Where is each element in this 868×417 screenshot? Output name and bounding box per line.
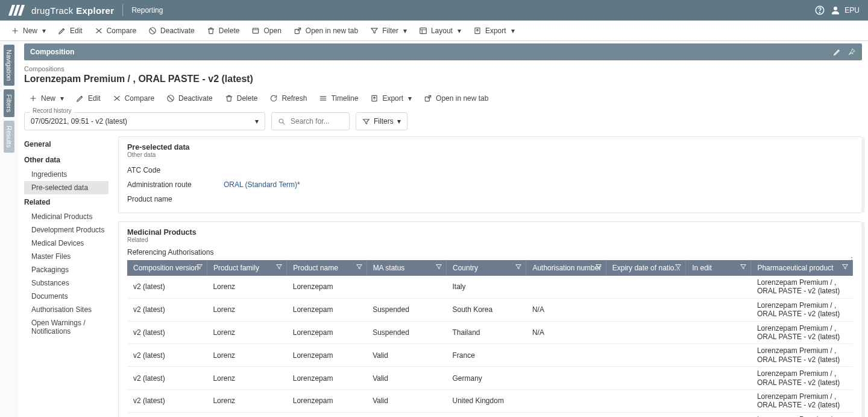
field-value[interactable]: ORAL (Standard Term)* [224, 180, 300, 189]
nav-item-medical-devices[interactable]: Medical Devices [24, 237, 108, 250]
cell-pp: Lorenzepam Premium / , ORAL PASTE - v2 (… [751, 276, 853, 298]
cell-ie [686, 389, 751, 412]
table-row[interactable]: v2 (latest)LorenzLorenzepamValidFranceLo… [127, 344, 853, 367]
composition-bar: Composition [24, 43, 862, 60]
col-product-family[interactable]: Product family [207, 260, 286, 276]
nav-item-ingredients[interactable]: Ingredients [24, 168, 108, 181]
filter-icon[interactable] [275, 263, 283, 270]
chevron-down-icon: ▾ [408, 94, 412, 103]
filter-icon[interactable] [515, 263, 522, 270]
breadcrumb[interactable]: Compositions [24, 65, 862, 72]
filter-icon[interactable] [435, 263, 442, 270]
col-composition-version[interactable]: Composition version [127, 260, 207, 276]
record-new-button[interactable]: New▾ [24, 91, 69, 106]
rail-tab-filters[interactable]: Filters [4, 89, 14, 117]
cell-pn: Lorenzepam [287, 367, 366, 390]
record-deactivate-button[interactable]: Deactivate [162, 91, 218, 106]
col-expiry-date-of-natio-[interactable]: Expiry date of natio... [606, 260, 685, 276]
open-new-icon [424, 94, 432, 103]
field-product-name: Product name [127, 192, 853, 206]
nav-item-development-products[interactable]: Development Products [24, 223, 108, 237]
global-delete-button[interactable]: Delete [202, 23, 245, 39]
filter-icon[interactable] [740, 263, 747, 270]
cell-pp: Lorenzepam Premium / , ORAL PASTE - v2 (… [751, 344, 853, 367]
global-edit-button[interactable]: Edit [53, 23, 87, 39]
nav-item-documents[interactable]: Documents [24, 290, 108, 303]
export-icon [473, 27, 482, 35]
cell-ie [686, 412, 751, 417]
table-row[interactable]: v2 (latest)LorenzLorenzepamItalyLorenzep… [127, 276, 853, 298]
col-product-name[interactable]: Product name [287, 260, 366, 276]
col-country[interactable]: Country [447, 260, 526, 276]
nav-group-other-data[interactable]: Other data [24, 152, 108, 168]
field-administration-route: Administration routeORAL (Standard Term)… [127, 177, 853, 192]
cell-pn: Lorenzepam [287, 321, 366, 344]
cell-pp: Lorenzepam Premium / , ORAL PASTE - v2 (… [751, 367, 853, 390]
global-layout-button[interactable]: Layout▾ [414, 23, 466, 39]
nav-item-master-files[interactable]: Master Files [24, 250, 108, 263]
open-icon [251, 27, 260, 35]
record-open-in-new-tab-button[interactable]: Open in new tab [419, 91, 493, 106]
edit-icon[interactable] [833, 48, 841, 56]
app-header: drugTrack Explorer Reporting EPU [0, 0, 868, 21]
compare-icon [113, 94, 121, 103]
filter-icon[interactable] [356, 263, 363, 270]
record-export-button[interactable]: Export▾ [365, 91, 417, 106]
nav-item-medicinal-products[interactable]: Medicinal Products [24, 210, 108, 223]
record-delete-button[interactable]: Delete [220, 91, 263, 106]
nav-group-general[interactable]: General [24, 136, 108, 152]
global-new-button[interactable]: New▾ [6, 23, 51, 39]
edit-icon [76, 94, 84, 103]
nav-item-authorisation-sites[interactable]: Authorisation Sites [24, 303, 108, 316]
filter-icon[interactable] [675, 263, 682, 270]
col-in-edit[interactable]: In edit [686, 260, 751, 276]
nav-item-open-warnings-notifications[interactable]: Open Warnings / Notifications [24, 316, 108, 338]
pin-icon[interactable] [848, 48, 856, 56]
table-row[interactable]: v2 (latest)LorenzLorenzepamValidUnited S… [127, 412, 853, 417]
user-menu[interactable]: EPU [830, 5, 860, 16]
global-deactivate-button[interactable]: Deactivate [143, 23, 200, 39]
search-box[interactable] [271, 112, 350, 130]
col-ma-status[interactable]: MA status [366, 260, 446, 276]
chevron-down-icon: ▾ [458, 27, 461, 35]
help-icon[interactable] [812, 2, 828, 18]
col-pharmaceutical-product[interactable]: Pharmaceutical product [751, 260, 853, 276]
table-row[interactable]: v2 (latest)LorenzLorenzepamValidUnited K… [127, 389, 853, 412]
global-open-button[interactable]: Open [247, 23, 286, 39]
global-filter-button[interactable]: Filter▾ [365, 23, 412, 39]
filter-icon[interactable] [595, 263, 602, 270]
search-input[interactable] [289, 116, 344, 126]
cell-ie [686, 344, 751, 367]
cell-co: South Korea [447, 298, 526, 321]
global-compare-button[interactable]: Compare [90, 23, 141, 39]
cell-pf: Lorenz [207, 389, 286, 412]
table-row[interactable]: v2 (latest)LorenzLorenzepamSuspendedThai… [127, 321, 853, 344]
table-row[interactable]: v2 (latest)LorenzLorenzepamValidGermanyL… [127, 367, 853, 390]
record-history-field[interactable]: Record history 07/05/2021, 09:51 - v2 (l… [24, 112, 265, 130]
table-row[interactable]: v2 (latest)LorenzLorenzepamSuspendedSout… [127, 298, 853, 321]
col-authorisation-number[interactable]: Authorisation number [526, 260, 606, 276]
filter-icon[interactable] [196, 263, 203, 270]
cell-ed [606, 412, 685, 417]
nav-item-packagings[interactable]: Packagings [24, 263, 108, 276]
filter-icon[interactable] [841, 263, 849, 270]
nav-item-substances[interactable]: Substances [24, 276, 108, 290]
nav-item-pre-selected-data[interactable]: Pre-selected data [24, 181, 108, 194]
nav-group-related[interactable]: Related [24, 194, 108, 210]
record-refresh-button[interactable]: Refresh [265, 91, 312, 106]
record-timeline-button[interactable]: Timeline [314, 91, 363, 106]
global-open-in-new-tab-button[interactable]: Open in new tab [289, 23, 363, 39]
edit-icon [58, 27, 66, 35]
rail-tab-results[interactable]: Results [4, 121, 14, 153]
section-medicinal-products: Medicinal Products Related ⋮ Referencing… [118, 221, 862, 417]
brand-logo-icon [8, 5, 25, 16]
global-export-button[interactable]: Export▾ [468, 23, 520, 39]
record-compare-button[interactable]: Compare [108, 91, 159, 106]
rail-tab-navigation[interactable]: Navigation [4, 45, 14, 86]
filters-button[interactable]: Filters ▾ [356, 112, 407, 130]
reporting-link[interactable]: Reporting [131, 6, 163, 14]
cell-an [526, 344, 606, 367]
record-edit-button[interactable]: Edit [71, 91, 105, 106]
cell-ma: Valid [366, 367, 446, 390]
cell-an: N/A [526, 412, 606, 417]
